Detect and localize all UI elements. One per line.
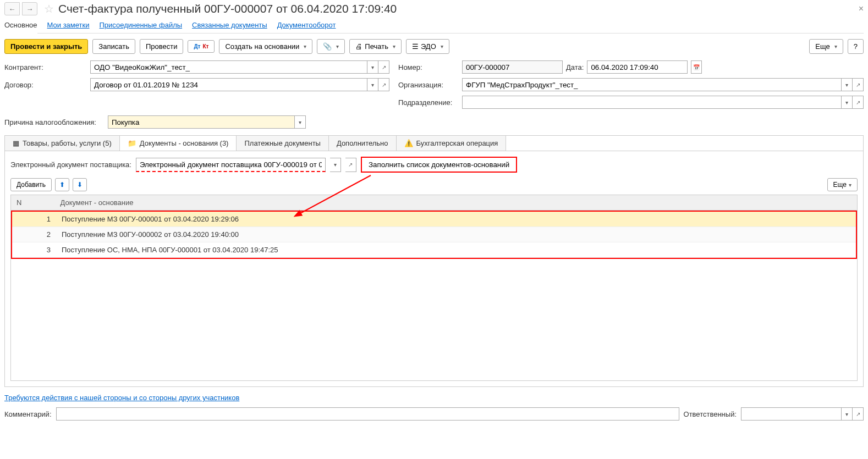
contract-open-icon[interactable]: ↗ <box>378 78 389 91</box>
edoc-open-icon[interactable]: ↗ <box>345 158 356 172</box>
tab-payment[interactable]: Платежные документы <box>237 136 328 151</box>
dtkt-button[interactable]: ДтКт <box>188 40 215 53</box>
cell-n: 1 <box>12 212 56 227</box>
org-dropdown-icon[interactable]: ▾ <box>842 78 853 91</box>
list-more-button[interactable]: Еще <box>827 178 858 191</box>
cell-n: 2 <box>12 227 56 242</box>
table-row[interactable]: 1Поступление МЗ 00ГУ-000001 от 03.04.202… <box>12 212 856 227</box>
edo-button[interactable]: ☰ ЭДО <box>406 39 449 54</box>
tax-reason-dropdown-icon[interactable]: ▾ <box>295 115 306 129</box>
favorite-star-icon[interactable]: ☆ <box>44 2 54 15</box>
counterparty-open-icon[interactable]: ↗ <box>378 60 389 74</box>
col-header-n[interactable]: N <box>11 195 55 211</box>
print-button[interactable]: 🖨 Печать <box>349 39 402 54</box>
printer-icon: 🖨 <box>355 42 362 51</box>
cell-doc: Поступление ОС, НМА, НПА 00ГУ-000001 от … <box>56 242 856 258</box>
number-label: Номер: <box>398 63 459 71</box>
post-button[interactable]: Провести <box>140 39 184 54</box>
org-label: Организация: <box>398 81 459 89</box>
tax-reason-label: Причина налогообложения: <box>4 118 105 126</box>
more-button[interactable]: Еще <box>809 39 843 54</box>
edoc-dropdown-icon[interactable]: ▾ <box>330 158 341 172</box>
date-input[interactable] <box>587 60 688 74</box>
cell-doc: Поступление МЗ 00ГУ-000002 от 03.04.2020… <box>56 227 856 242</box>
edoc-input[interactable] <box>136 158 326 172</box>
contract-label: Договор: <box>4 81 87 89</box>
nav-tab-main[interactable]: Основное <box>4 18 37 34</box>
grid-icon: ▦ <box>13 139 19 147</box>
tab-extra[interactable]: Дополнительно <box>329 136 397 151</box>
table-row[interactable]: 3Поступление ОС, НМА, НПА 00ГУ-000001 от… <box>12 242 856 258</box>
org-input[interactable] <box>462 78 842 91</box>
tab-base-docs[interactable]: 📁Документы - основания (3) <box>120 136 237 151</box>
nav-forward-button[interactable]: → <box>22 2 37 15</box>
nav-tab-files[interactable]: Присоединенные файлы <box>100 18 183 33</box>
dept-input[interactable] <box>462 96 842 109</box>
tax-reason-input[interactable] <box>108 115 295 129</box>
save-button[interactable]: Записать <box>92 39 135 54</box>
warning-icon: ⚠️ <box>404 139 413 147</box>
counterparty-label: Контрагент: <box>4 63 87 71</box>
help-button[interactable]: ? <box>848 39 864 54</box>
attach-icon: 📎 <box>323 42 332 51</box>
nav-tab-workflow[interactable]: Документооборот <box>277 18 336 33</box>
dept-dropdown-icon[interactable]: ▾ <box>842 96 853 109</box>
page-title: Счет-фактура полученный 00ГУ-000007 от 0… <box>58 2 856 15</box>
dept-label: Подразделение: <box>398 98 459 107</box>
dept-open-icon[interactable]: ↗ <box>853 96 864 109</box>
responsible-input[interactable] <box>741 407 842 421</box>
post-and-close-button[interactable]: Провести и закрыть <box>4 39 88 54</box>
edoc-label: Электронный документ поставщика: <box>10 161 131 169</box>
tab-accounting[interactable]: ⚠️Бухгалтерская операция <box>397 136 507 151</box>
responsible-dropdown-icon[interactable]: ▾ <box>842 407 853 421</box>
cell-n: 3 <box>12 242 56 258</box>
status-link[interactable]: Требуются действия с нашей стороны и со … <box>4 394 239 402</box>
create-based-button[interactable]: Создать на основании <box>219 39 312 54</box>
number-input[interactable] <box>462 60 563 74</box>
dtkt-icon: Дт <box>194 43 200 49</box>
nav-tab-linked[interactable]: Связанные документы <box>192 18 267 33</box>
responsible-open-icon[interactable]: ↗ <box>853 407 864 421</box>
attach-button[interactable]: 📎 <box>317 39 345 54</box>
calendar-icon[interactable]: 📅 <box>691 60 702 74</box>
contract-dropdown-icon[interactable]: ▾ <box>367 78 378 91</box>
date-label: Дата: <box>566 63 584 71</box>
add-button[interactable]: Добавить <box>10 178 52 191</box>
comment-label: Комментарий: <box>4 410 52 418</box>
folder-icon: 📁 <box>128 139 136 147</box>
arrow-down-icon: ⬇ <box>77 181 83 189</box>
move-down-button[interactable]: ⬇ <box>73 178 87 191</box>
comment-input[interactable] <box>56 407 679 421</box>
move-up-button[interactable]: ⬆ <box>55 178 69 191</box>
arrow-up-icon: ⬆ <box>59 181 65 189</box>
edo-icon: ☰ <box>412 42 419 51</box>
contract-input[interactable] <box>90 78 367 91</box>
nav-back-button[interactable]: ← <box>4 2 20 15</box>
counterparty-input[interactable] <box>90 60 367 74</box>
col-header-doc[interactable]: Документ - основание <box>55 195 858 211</box>
responsible-label: Ответственный: <box>684 410 737 418</box>
counterparty-dropdown-icon[interactable]: ▾ <box>367 60 378 74</box>
cell-doc: Поступление МЗ 00ГУ-000001 от 03.04.2020… <box>56 212 856 227</box>
table-row[interactable]: 2Поступление МЗ 00ГУ-000002 от 03.04.202… <box>12 227 856 242</box>
close-icon[interactable]: × <box>859 4 864 14</box>
org-open-icon[interactable]: ↗ <box>853 78 864 91</box>
tab-goods[interactable]: ▦Товары, работы, услуги (5) <box>5 136 120 151</box>
nav-tab-notes[interactable]: Мои заметки <box>47 18 90 33</box>
fill-basis-list-button[interactable]: Заполнить список документов-оснований <box>361 157 517 173</box>
